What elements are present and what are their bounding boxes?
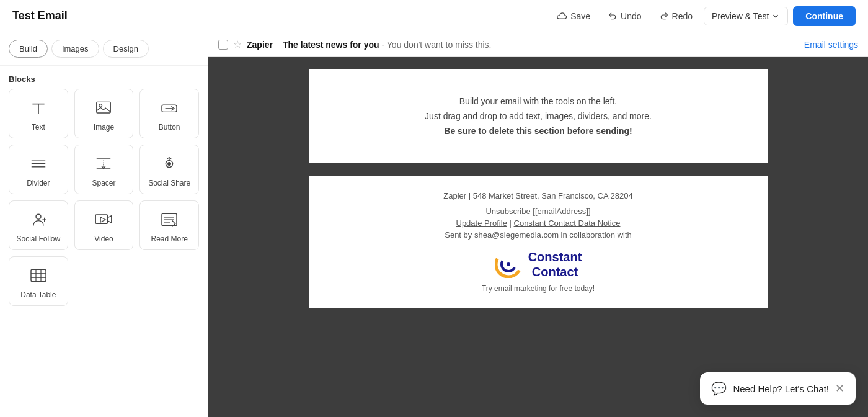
email-subject-preview: - You don't want to miss this. (382, 40, 492, 50)
chat-close-button[interactable]: ✕ (835, 382, 844, 395)
block-social-share-label: Social Share (148, 179, 190, 187)
svg-point-33 (507, 262, 510, 266)
page-title: Test Email (12, 9, 68, 22)
image-icon (94, 98, 113, 118)
main-layout: Build Images Design Blocks Text (0, 32, 868, 417)
email-footer: Zapier | 548 Market Street, San Francisc… (309, 176, 768, 308)
block-text-label: Text (32, 123, 45, 132)
block-read-more-label: Read More (151, 235, 187, 243)
svg-rect-26 (31, 269, 46, 281)
blocks-section-title: Blocks (0, 66, 208, 89)
svg-point-17 (36, 214, 41, 219)
preview-test-label: Preview & Test (712, 11, 769, 21)
text-icon (29, 98, 48, 118)
placeholder-text: Build your email with the tools on the l… (327, 94, 749, 138)
sidebar: Build Images Design Blocks Text (0, 32, 208, 417)
tab-images[interactable]: Images (51, 40, 99, 58)
data-table-icon (29, 266, 48, 285)
redo-icon (659, 11, 669, 21)
undo-button[interactable]: Undo (601, 7, 647, 25)
read-more-icon (159, 210, 179, 230)
preview-test-button[interactable]: Preview & Test (704, 7, 788, 25)
star-icon[interactable]: ☆ (233, 38, 242, 50)
data-notice-link[interactable]: Constant Contact Data Notice (514, 218, 621, 228)
footer-separator: | (510, 218, 514, 228)
spacer-icon (94, 154, 113, 174)
redo-button[interactable]: Redo (653, 7, 699, 25)
block-divider[interactable]: Divider (9, 145, 68, 194)
chevron-down-icon (771, 12, 780, 20)
tab-design[interactable]: Design (103, 40, 149, 58)
svg-point-13 (168, 163, 171, 166)
email-sender: Zapier (247, 40, 273, 50)
block-video[interactable]: Video (74, 200, 134, 250)
update-profile-link[interactable]: Update Profile (456, 218, 507, 228)
email-settings-link[interactable]: Email settings (804, 40, 858, 50)
block-data-table-label: Data Table (20, 290, 56, 299)
header-actions: Save Undo Redo Preview & Test Continue (551, 6, 856, 26)
app-header: Test Email Save Undo Redo Preview & Test (0, 0, 868, 32)
svg-point-3 (99, 104, 102, 107)
email-subject-bold: The latest news for you (283, 40, 379, 50)
chat-bubble-icon: 💬 (711, 381, 727, 396)
chat-text: Need Help? Let's Chat! (733, 383, 829, 394)
block-social-share[interactable]: Social Share (140, 145, 199, 194)
svg-rect-20 (96, 215, 108, 223)
block-button[interactable]: Button (140, 89, 199, 138)
undo-icon (608, 11, 618, 21)
tab-build[interactable]: Build (9, 40, 48, 58)
social-follow-icon (29, 210, 48, 230)
placeholder-line1: Build your email with the tools on the l… (459, 96, 617, 106)
footer-address: Zapier | 548 Market Street, San Francisc… (321, 191, 755, 200)
email-placeholder-section: Build your email with the tools on the l… (309, 70, 768, 163)
undo-label: Undo (621, 11, 641, 21)
footer-links: Unsubscribe [[emailAddress]] (321, 207, 755, 216)
unsubscribe-link[interactable]: Unsubscribe [[emailAddress]] (485, 207, 590, 216)
footer-profile-notice: Update Profile | Constant Contact Data N… (321, 218, 755, 228)
email-subject: The latest news for you - You don't want… (283, 40, 491, 50)
svg-rect-2 (97, 102, 110, 113)
video-icon (94, 210, 113, 230)
svg-marker-21 (101, 217, 106, 222)
email-checkbox[interactable] (218, 40, 228, 50)
sidebar-tabs: Build Images Design (0, 32, 208, 66)
button-icon (159, 98, 179, 118)
block-button-label: Button (159, 123, 180, 132)
constant-contact-logo: ConstantContact (321, 249, 755, 279)
block-social-follow[interactable]: Social Follow (9, 200, 68, 250)
cloud-icon (557, 11, 567, 21)
continue-label: Continue (805, 11, 843, 21)
block-image[interactable]: Image (74, 89, 134, 138)
email-canvas: Build your email with the tools on the l… (208, 57, 868, 417)
save-button[interactable]: Save (551, 7, 596, 25)
block-data-table[interactable]: Data Table (9, 256, 68, 306)
placeholder-line2: Just drag and drop to add text, images, … (425, 111, 652, 121)
block-video-label: Video (94, 235, 113, 243)
continue-button[interactable]: Continue (793, 6, 856, 26)
placeholder-line3: Be sure to delete this section before se… (444, 126, 632, 136)
block-social-follow-label: Social Follow (16, 235, 60, 243)
cc-brand-text: ConstantContact (528, 249, 582, 279)
block-spacer[interactable]: Spacer (74, 145, 134, 194)
divider-icon (29, 154, 48, 174)
cc-tagline: Try email marketing for free today! (321, 284, 755, 293)
redo-label: Redo (672, 11, 693, 21)
content-area: ☆ Zapier The latest news for you - You d… (208, 32, 868, 417)
block-divider-label: Divider (27, 179, 50, 187)
cc-icon (495, 251, 522, 278)
email-body: Build your email with the tools on the l… (309, 57, 768, 308)
footer-sent-by: Sent by shea@siegemedia.com in collabora… (321, 230, 755, 240)
block-text[interactable]: Text (9, 89, 68, 138)
email-bar: ☆ Zapier The latest news for you - You d… (208, 32, 868, 57)
block-spacer-label: Spacer (92, 179, 115, 187)
chat-widget[interactable]: 💬 Need Help? Let's Chat! ✕ (700, 372, 856, 405)
blocks-grid: Text Image Button (0, 89, 208, 315)
save-label: Save (570, 11, 590, 21)
block-image-label: Image (94, 123, 114, 132)
social-share-icon (159, 154, 179, 174)
block-read-more[interactable]: Read More (140, 200, 199, 250)
